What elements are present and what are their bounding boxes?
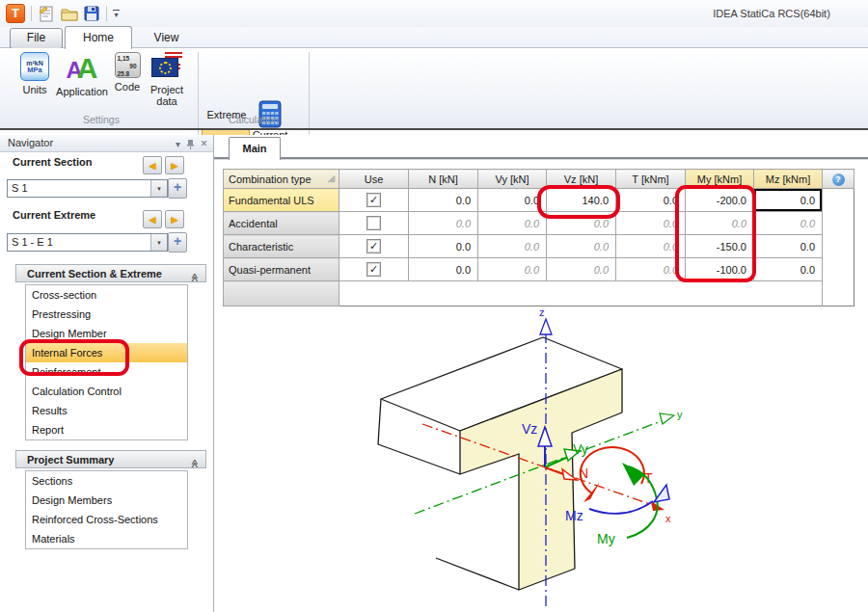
- column-header-t[interactable]: T [kNm]: [616, 170, 686, 189]
- column-header-n[interactable]: N [kN]: [409, 170, 478, 189]
- cell-n[interactable]: 0.0: [409, 189, 478, 212]
- cell-my[interactable]: -100.0: [686, 258, 754, 281]
- mz-moment-arc: [589, 501, 653, 514]
- next-extreme-button[interactable]: ▶: [165, 210, 184, 228]
- row-label[interactable]: Fundamental ULS: [224, 189, 339, 212]
- code-button[interactable]: 1,15 90 25.8 Code: [106, 52, 149, 93]
- previous-section-button[interactable]: ◀: [143, 156, 162, 174]
- column-header-combination-type[interactable]: Combination type ◢: [224, 170, 339, 189]
- open-folder-icon[interactable]: [60, 5, 78, 23]
- table-margin-cell: [823, 235, 854, 258]
- nav-item-cross-section[interactable]: Cross-section: [26, 285, 187, 305]
- table-margin-cell: [823, 258, 854, 281]
- tab-main-document[interactable]: Main: [229, 137, 281, 160]
- nav-item-reinforced-cross-sections[interactable]: Reinforced Cross-Sections: [26, 510, 187, 529]
- current-extreme-dropdown[interactable]: S 1 - E 1 ▼: [7, 233, 168, 252]
- project-summary-item-list: Sections Design Members Reinforced Cross…: [25, 470, 188, 549]
- y-axis-arrowhead: [660, 413, 674, 424]
- use-checkbox-cell[interactable]: ✓: [339, 235, 409, 258]
- close-icon[interactable]: ×: [201, 137, 207, 150]
- use-checkbox-cell[interactable]: ✓: [339, 189, 409, 212]
- chevron-down-icon[interactable]: ▼: [150, 180, 167, 197]
- nav-item-design-member[interactable]: Design Member: [26, 324, 187, 343]
- nav-item-design-members[interactable]: Design Members: [26, 491, 187, 510]
- y-axis-label: y: [677, 409, 683, 420]
- units-button[interactable]: m²kN MPa Units: [14, 52, 56, 95]
- cell-vz[interactable]: 140.0: [547, 189, 616, 212]
- help-icon[interactable]: ?: [832, 173, 845, 186]
- use-checkbox-cell[interactable]: ✓: [339, 258, 409, 281]
- checkbox-checked[interactable]: ✓: [366, 239, 381, 253]
- nav-item-reinforcement[interactable]: Reinforcement: [26, 362, 187, 382]
- cell-vy[interactable]: 0.0: [478, 189, 547, 212]
- checkbox-checked[interactable]: ✓: [366, 193, 381, 207]
- ribbon: m²kN MPa Units A A Application 1,15 90 2…: [0, 48, 868, 128]
- row-label[interactable]: Characteristic: [224, 235, 339, 258]
- cell-my[interactable]: -200.0: [686, 189, 754, 212]
- cell-my[interactable]: -150.0: [686, 235, 754, 258]
- tab-home[interactable]: Home: [65, 26, 132, 49]
- cell-my[interactable]: 0.0: [686, 212, 754, 235]
- project-summary-group-header[interactable]: Project Summary ≪: [15, 450, 206, 468]
- add-section-button[interactable]: +: [168, 178, 187, 199]
- previous-extreme-button[interactable]: ◀: [143, 210, 162, 228]
- nav-item-materials[interactable]: Materials: [26, 529, 187, 548]
- cell-n[interactable]: 0.0: [409, 235, 478, 258]
- cell-t[interactable]: 0.0: [616, 189, 686, 212]
- cell-t[interactable]: 0.0: [616, 258, 686, 281]
- column-header-mz[interactable]: Mz [kNm]: [754, 170, 823, 189]
- table-row: Fundamental ULS ✓ 0.0 0.0 140.0 0.0 -200…: [224, 189, 854, 212]
- nav-item-results[interactable]: Results: [26, 401, 187, 420]
- nav-item-report[interactable]: Report: [26, 420, 187, 439]
- checkbox-checked[interactable]: ✓: [366, 262, 381, 277]
- column-header-use[interactable]: Use: [339, 170, 409, 189]
- cell-vz[interactable]: 0.0: [547, 235, 616, 258]
- cell-mz[interactable]: 0.0: [754, 235, 823, 258]
- section-extreme-group-header[interactable]: Current Section & Extreme ≪: [15, 264, 206, 282]
- tab-view[interactable]: View: [140, 28, 193, 47]
- cell-vz[interactable]: 0.0: [547, 258, 616, 281]
- row-label[interactable]: Quasi-permanent: [224, 258, 339, 281]
- table-margin-cell: [823, 212, 854, 235]
- toolbar-options-icon[interactable]: ▾: [113, 10, 120, 17]
- cell-mz[interactable]: 0.0: [754, 212, 823, 235]
- column-header-my[interactable]: My [kNm]: [686, 170, 754, 189]
- cell-t[interactable]: 0.0: [616, 212, 686, 235]
- cell-vz[interactable]: 0.0: [547, 212, 616, 235]
- use-checkbox-cell[interactable]: [339, 212, 409, 235]
- add-extreme-button[interactable]: +: [168, 232, 187, 253]
- cell-n[interactable]: 0.0: [409, 212, 478, 235]
- new-document-icon[interactable]: [38, 5, 56, 23]
- empty-row-cells: [339, 281, 823, 306]
- navigator-menu-icon[interactable]: ▾: [176, 139, 180, 149]
- current-section-dropdown[interactable]: S 1 ▼: [7, 179, 168, 198]
- collapse-chevron-icon[interactable]: ≪: [185, 273, 203, 281]
- nav-item-prestressing[interactable]: Prestressing: [26, 305, 187, 324]
- cell-mz[interactable]: 0.0: [754, 258, 823, 281]
- column-header-vz[interactable]: Vz [kN]: [547, 170, 616, 189]
- cell-mz-selected[interactable]: 0.0: [754, 189, 823, 212]
- table-row: Characteristic ✓ 0.0 0.0 0.0 0.0 -150.0 …: [224, 235, 854, 258]
- cell-vy[interactable]: 0.0: [478, 212, 547, 235]
- save-icon[interactable]: [82, 5, 100, 23]
- next-section-button[interactable]: ▶: [165, 156, 184, 174]
- tab-file[interactable]: File: [10, 28, 63, 49]
- column-header-vy[interactable]: Vy [kN]: [478, 170, 547, 189]
- project-data-icon: [151, 52, 182, 81]
- application-button[interactable]: A A Application: [54, 52, 110, 97]
- cell-vy[interactable]: 0.0: [478, 258, 547, 281]
- cell-t[interactable]: 0.0: [616, 235, 686, 258]
- collapse-chevron-icon[interactable]: ≪: [185, 459, 203, 467]
- nav-item-calculation-control[interactable]: Calculation Control: [26, 382, 187, 401]
- chevron-down-icon[interactable]: ▼: [150, 234, 167, 251]
- cell-n[interactable]: 0.0: [409, 258, 478, 281]
- checkbox-unchecked[interactable]: [366, 216, 381, 230]
- project-data-button[interactable]: Projectdata: [145, 52, 189, 107]
- row-label[interactable]: Accidental: [224, 212, 339, 235]
- nav-item-sections[interactable]: Sections: [26, 471, 187, 491]
- pin-icon[interactable]: [186, 139, 195, 149]
- code-icon: 1,15 90 25.8: [115, 52, 141, 78]
- nav-item-internal-forces[interactable]: Internal Forces: [26, 343, 187, 362]
- title-bar: T ▾ IDEA StatiCa RCS(64bit): [0, 0, 868, 27]
- cell-vy[interactable]: 0.0: [478, 235, 547, 258]
